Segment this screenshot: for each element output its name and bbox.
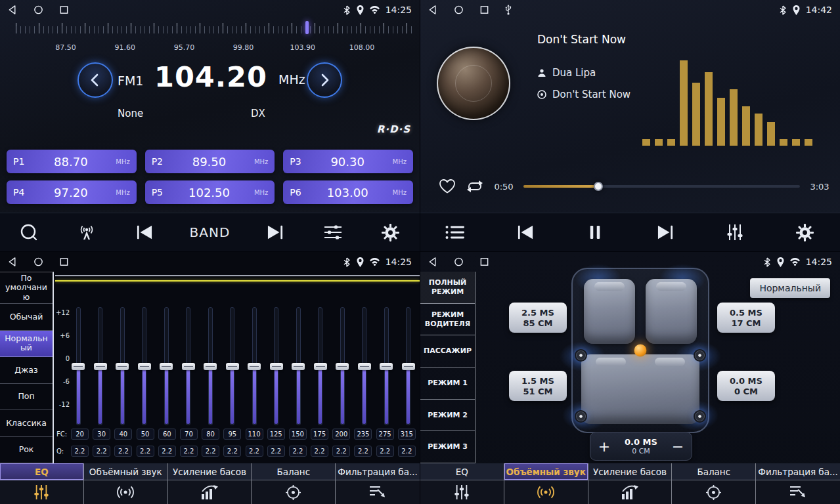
- progress-slider[interactable]: [523, 180, 800, 193]
- eq-band-slider[interactable]: [137, 307, 152, 425]
- slider-handle[interactable]: [270, 363, 283, 370]
- preset-p6-button[interactable]: P6103.00MHz: [283, 180, 413, 204]
- preset-p5-button[interactable]: P5102.50MHz: [145, 180, 275, 204]
- tab-eq[interactable]: EQ: [420, 463, 504, 504]
- slider-handle[interactable]: [94, 363, 107, 370]
- delay-front-right[interactable]: 0.5 MS 17 CM: [717, 303, 775, 333]
- preset-p3-button[interactable]: P390.30MHz: [283, 150, 413, 173]
- progress-knob[interactable]: [594, 182, 603, 191]
- scan-button[interactable]: [16, 222, 42, 242]
- eq-band-slider[interactable]: [203, 307, 217, 425]
- playlist-button[interactable]: [442, 225, 468, 240]
- album-art[interactable]: [437, 47, 510, 120]
- delay-front-left[interactable]: 2.5 MS 85 CM: [509, 303, 567, 333]
- eq-preset-item-1[interactable]: Обычай: [0, 304, 53, 330]
- surround-mode-item-4[interactable]: РЕЖИМ 2: [420, 400, 475, 432]
- slider-handle[interactable]: [358, 363, 371, 370]
- nav-back-button[interactable]: [8, 257, 18, 267]
- surround-mode-item-3[interactable]: РЕЖИМ 1: [420, 368, 475, 400]
- eq-preset-item-6[interactable]: Рок: [0, 437, 53, 463]
- audio-settings-button[interactable]: [320, 224, 346, 240]
- eq-band-slider[interactable]: [247, 307, 261, 425]
- slider-handle[interactable]: [182, 363, 195, 370]
- tab-filter[interactable]: Фильтрация ба...: [336, 463, 420, 504]
- pause-button[interactable]: [582, 224, 608, 240]
- settings-button[interactable]: [378, 224, 404, 242]
- delay-rear-left[interactable]: 1.5 MS 51 CM: [509, 371, 567, 401]
- nav-back-button[interactable]: [428, 5, 438, 15]
- previous-station-button[interactable]: [131, 224, 158, 240]
- eq-band-slider[interactable]: [115, 307, 129, 425]
- delay-decrease-button[interactable]: −: [664, 432, 692, 460]
- previous-track-button[interactable]: [512, 224, 539, 240]
- tab-balance[interactable]: Баланс: [252, 463, 336, 504]
- tab-surround-sound[interactable]: Объёмный звук: [84, 463, 168, 504]
- settings-button[interactable]: [792, 224, 818, 242]
- slider-handle[interactable]: [160, 363, 173, 370]
- surround-mode-item-5[interactable]: РЕЖИМ 3: [420, 431, 475, 463]
- repeat-button[interactable]: [466, 179, 484, 194]
- slider-handle[interactable]: [314, 363, 327, 370]
- tune-down-button[interactable]: [77, 62, 113, 98]
- delay-rear-right[interactable]: 0.0 MS 0 CM: [717, 371, 775, 401]
- slider-handle[interactable]: [226, 363, 239, 370]
- listening-position-dot[interactable]: [634, 345, 647, 357]
- eq-preset-item-2[interactable]: Нормальный: [0, 331, 53, 357]
- frequency-scale[interactable]: 87.5091.6095.7099.80103.90108.00: [16, 22, 414, 53]
- tab-eq[interactable]: EQ: [0, 463, 84, 504]
- tune-up-button[interactable]: [307, 62, 342, 98]
- next-station-button[interactable]: [262, 224, 288, 240]
- slider-handle[interactable]: [402, 363, 415, 370]
- slider-handle[interactable]: [72, 363, 85, 370]
- delay-increase-button[interactable]: +: [590, 432, 618, 460]
- slider-handle[interactable]: [380, 363, 393, 370]
- normal-mode-button[interactable]: Нормальный: [750, 278, 830, 298]
- band-button[interactable]: BAND: [190, 224, 231, 240]
- nav-recents-button[interactable]: [479, 257, 489, 267]
- nav-back-button[interactable]: [428, 257, 438, 267]
- nav-home-button[interactable]: [33, 257, 43, 267]
- tab-bass-boost[interactable]: Усиление басов: [168, 463, 252, 504]
- eq-band-slider[interactable]: [159, 307, 173, 425]
- broadcast-button[interactable]: [74, 224, 100, 241]
- eq-band-slider[interactable]: [71, 307, 85, 425]
- nav-recents-button[interactable]: [59, 257, 69, 267]
- eq-band-slider[interactable]: [335, 307, 349, 425]
- nav-home-button[interactable]: [454, 257, 464, 267]
- favorite-button[interactable]: [439, 178, 456, 194]
- eq-preset-item-0[interactable]: По умолчанию: [0, 272, 53, 304]
- slider-handle[interactable]: [248, 363, 261, 370]
- eq-band-slider[interactable]: [225, 307, 240, 425]
- slider-handle[interactable]: [116, 363, 129, 370]
- preset-p4-button[interactable]: P497.20MHz: [7, 180, 137, 204]
- eq-preset-item-3[interactable]: Джаз: [0, 357, 53, 383]
- eq-band-slider[interactable]: [379, 307, 393, 425]
- eq-band-slider[interactable]: [93, 307, 108, 425]
- preset-p2-button[interactable]: P289.50MHz: [145, 150, 275, 173]
- tab-filter[interactable]: Фильтрация ба...: [756, 463, 840, 504]
- eq-band-slider[interactable]: [357, 307, 372, 425]
- eq-band-slider[interactable]: [291, 307, 305, 425]
- surround-mode-item-0[interactable]: ПОЛНЫЙ РЕЖИМ: [420, 272, 475, 304]
- slider-handle[interactable]: [204, 363, 217, 370]
- surround-mode-item-2[interactable]: ПАССАЖИР: [420, 335, 475, 368]
- preset-p1-button[interactable]: P188.70MHz: [7, 150, 137, 173]
- nav-back-button[interactable]: [8, 5, 18, 15]
- eq-band-slider[interactable]: [401, 307, 416, 425]
- nav-home-button[interactable]: [33, 5, 43, 15]
- equalizer-button[interactable]: [722, 224, 748, 241]
- nav-recents-button[interactable]: [59, 5, 69, 15]
- eq-band-slider[interactable]: [313, 307, 328, 425]
- next-track-button[interactable]: [652, 224, 678, 240]
- tab-surround-sound[interactable]: Объёмный звук: [504, 463, 588, 504]
- slider-handle[interactable]: [336, 363, 349, 370]
- surround-mode-item-1[interactable]: РЕЖИМ ВОДИТЕЛЯ: [420, 304, 475, 336]
- slider-handle[interactable]: [292, 363, 305, 370]
- nav-recents-button[interactable]: [479, 5, 489, 15]
- eq-band-slider[interactable]: [269, 307, 284, 425]
- eq-band-slider[interactable]: [181, 307, 196, 425]
- frequency-pointer[interactable]: [305, 21, 309, 34]
- slider-handle[interactable]: [138, 363, 151, 370]
- nav-home-button[interactable]: [454, 5, 464, 15]
- eq-preset-item-4[interactable]: Поп: [0, 384, 53, 410]
